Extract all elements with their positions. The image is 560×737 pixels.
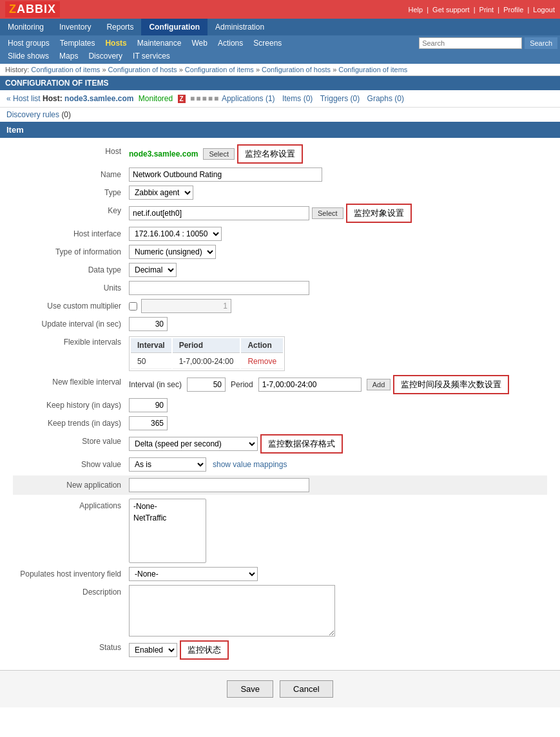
host-list-link[interactable]: « Host list	[6, 94, 41, 103]
update-interval-input[interactable]	[129, 317, 168, 331]
new-flex-interval-input[interactable]	[187, 378, 226, 392]
form-container: Host node3.samlee.com Select 监控名称设置 Name…	[0, 138, 560, 670]
host-interface-value: 172.16.100.4 : 10050	[129, 227, 547, 241]
key-field-value: Select 监控对象设置	[129, 204, 547, 223]
show-value-field: As is show value mappings	[129, 457, 547, 472]
nav-administration[interactable]: Administration	[208, 19, 272, 35]
print-link[interactable]: Print	[479, 6, 494, 14]
type-of-info-select[interactable]: Numeric (unsigned)	[129, 245, 216, 259]
flexible-intervals-label: Flexible intervals	[13, 335, 129, 347]
subnav-slideshows[interactable]: Slide shows	[3, 50, 54, 62]
store-value-select[interactable]: Delta (speed per second)	[129, 437, 258, 451]
key-select-button[interactable]: Select	[312, 207, 343, 219]
host-select-button[interactable]: Select	[203, 148, 235, 160]
bc-5[interactable]: Configuration of items	[338, 66, 407, 73]
keep-history-value	[129, 398, 547, 412]
new-flex-add-button[interactable]: Add	[367, 379, 391, 390]
applications-field-label: Applications	[13, 499, 129, 510]
applications-listbox[interactable]: -None-NetTraffic	[129, 499, 206, 563]
breadcrumb: History: Configuration of items » Config…	[0, 64, 560, 76]
data-type-label: Data type	[13, 263, 129, 274]
subnav-maps[interactable]: Maps	[54, 50, 83, 62]
flex-col-action: Action	[241, 338, 283, 353]
subnav-web[interactable]: Web	[186, 37, 212, 50]
get-support-link[interactable]: Get support	[432, 6, 469, 14]
graphs-link[interactable]: Graphs (0)	[367, 94, 404, 103]
multiplier-row: Use custom multiplier	[13, 299, 547, 313]
host-row: Host node3.samlee.com Select 监控名称设置	[13, 144, 547, 164]
multiplier-input[interactable]	[141, 299, 231, 313]
triggers-link[interactable]: Triggers (0)	[320, 94, 362, 103]
keep-trends-input[interactable]	[129, 416, 168, 430]
description-row: Description	[13, 585, 547, 636]
show-value-mappings-link[interactable]: show value mappings	[213, 460, 287, 469]
units-value	[129, 281, 547, 295]
multiplier-value	[129, 299, 547, 313]
items-link[interactable]: Items (0)	[282, 94, 315, 103]
show-value-row: Show value As is show value mappings	[13, 457, 547, 472]
keep-trends-row: Keep trends (in days)	[13, 416, 547, 430]
host-value-text: node3.samlee.com	[129, 149, 198, 158]
bc-2[interactable]: Configuration of hosts	[108, 66, 177, 73]
new-application-input[interactable]	[129, 478, 309, 492]
applications-field-value: -None-NetTraffic	[129, 499, 547, 563]
profile-link[interactable]: Profile	[503, 6, 523, 14]
annotation-store: 监控数据保存格式	[260, 434, 343, 454]
subnav-screens[interactable]: Screens	[248, 37, 287, 50]
logo: ZABBIX	[5, 1, 60, 17]
subnav-templates[interactable]: Templates	[55, 37, 101, 50]
data-type-value: Decimal	[129, 263, 547, 277]
keep-history-label: Keep history (in days)	[13, 398, 129, 410]
search-button[interactable]: Search	[525, 37, 557, 49]
multiplier-checkbox[interactable]	[129, 302, 137, 311]
flex-col-period: Period	[173, 338, 240, 353]
subnav-itservices[interactable]: IT services	[128, 50, 175, 62]
populates-select[interactable]: -None-	[129, 567, 258, 581]
host-field-label: Host	[13, 144, 129, 156]
bc-4[interactable]: Configuration of hosts	[262, 66, 331, 73]
subnav-actions[interactable]: Actions	[213, 37, 248, 50]
description-textarea[interactable]	[129, 585, 335, 636]
nav-configuration[interactable]: Configuration	[141, 19, 208, 35]
subnav-discovery[interactable]: Discovery	[83, 50, 128, 62]
show-value-select[interactable]: As is	[129, 457, 206, 472]
zabbix-icon: Z	[178, 95, 186, 103]
data-type-select[interactable]: Decimal	[129, 263, 177, 277]
bc-1[interactable]: Configuration of items	[31, 66, 100, 73]
applications-link[interactable]: Applications (1)	[222, 94, 277, 103]
top-links: Help | Get support | Print | Profile | L…	[408, 6, 555, 14]
zabbix-squares: ■■■■■	[190, 94, 220, 103]
annotation-interval: 监控时间段及频率次数设置	[393, 375, 509, 394]
keep-history-input[interactable]	[129, 398, 168, 412]
nav-reports[interactable]: Reports	[99, 19, 141, 35]
subnav-maintenance[interactable]: Maintenance	[132, 37, 187, 50]
subnav-hosts[interactable]: Hosts	[100, 37, 131, 50]
host-name-link[interactable]: node3.samlee.com	[64, 94, 133, 103]
flex-row: 50 1-7,00:00-24:00 Remove	[131, 354, 283, 369]
subnav-hostgroups[interactable]: Host groups	[3, 37, 55, 50]
bc-3[interactable]: Configuration of items	[185, 66, 254, 73]
nav-inventory[interactable]: Inventory	[52, 19, 99, 35]
host-label: Host:	[43, 94, 64, 103]
save-button[interactable]: Save	[227, 680, 273, 698]
flex-remove-link[interactable]: Remove	[247, 357, 276, 366]
cancel-button[interactable]: Cancel	[280, 680, 333, 698]
search-input[interactable]	[419, 37, 522, 49]
key-input[interactable]	[129, 206, 309, 220]
name-input[interactable]	[129, 168, 322, 182]
host-interface-select[interactable]: 172.16.100.4 : 10050	[129, 227, 222, 241]
type-select[interactable]: Zabbix agent	[129, 186, 193, 200]
units-input[interactable]	[129, 281, 309, 295]
logout-link[interactable]: Logout	[533, 6, 555, 14]
key-field-label: Key	[13, 204, 129, 215]
update-interval-row: Update interval (in sec)	[13, 317, 547, 331]
new-flex-interval-label: Interval (in sec)	[129, 380, 182, 389]
flex-interval-val: 50	[131, 354, 171, 369]
type-field-value: Zabbix agent	[129, 186, 547, 200]
help-link[interactable]: Help	[408, 6, 423, 14]
discovery-rules-link[interactable]: Discovery rules	[6, 110, 59, 119]
nav-monitoring[interactable]: Monitoring	[0, 19, 52, 35]
applications-row: Applications -None-NetTraffic	[13, 499, 547, 563]
status-select[interactable]: Enabled	[129, 643, 177, 657]
new-flex-period-input[interactable]	[258, 378, 362, 392]
